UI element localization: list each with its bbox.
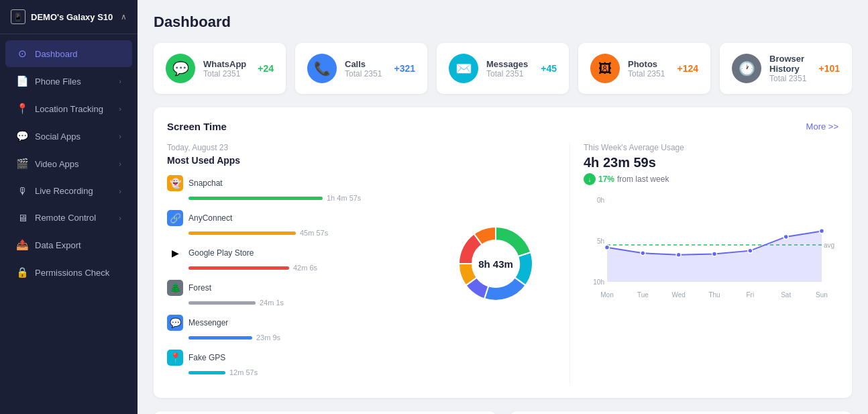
- stat-delta-calls: +321: [394, 63, 415, 74]
- nav-icon-remote-control: 🖥: [16, 212, 28, 223]
- app-name: AnyConnect: [188, 213, 232, 223]
- app-time: 1h 4m 57s: [327, 194, 361, 202]
- stat-delta-whatsapp: +24: [258, 63, 274, 74]
- usage-section: This Week's Average Usage 4h 23m 59s ↓ 1…: [569, 143, 838, 384]
- app-row-messenger: 💬 Messenger 23m 9s: [167, 315, 422, 342]
- nav-icon-live-recording: 🎙: [16, 185, 28, 197]
- x-label: Tue: [637, 291, 649, 299]
- stat-info-messages: Messages Total 2351: [486, 59, 533, 79]
- chart-dot: [712, 252, 717, 256]
- stat-total-photos: Total 2351: [628, 69, 669, 79]
- nav-chevron-location-tracking: ›: [119, 105, 121, 113]
- main-content: Dashboard 💬 WhatsApp Total 2351 +24 📞 Ca…: [138, 0, 868, 414]
- app-row-fake-gps: 📍 Fake GPS 12m 57s: [167, 350, 422, 376]
- app-logo: 🌲: [167, 280, 183, 296]
- nav-chevron-phone-files: ›: [119, 77, 121, 85]
- stat-card-calls[interactable]: 📞 Calls Total 2351 +321: [295, 43, 427, 94]
- app-bar: [188, 371, 225, 374]
- y-label: 0h: [597, 197, 604, 204]
- sidebar-item-social-apps[interactable]: 💬 Social Apps ›: [5, 123, 132, 150]
- x-label: Wed: [671, 291, 685, 299]
- app-time: 24m 1s: [260, 299, 284, 307]
- nav-icon-permissions-check: 🔒: [16, 266, 28, 278]
- app-list: 👻 Snapchat 1h 4m 57s 🔗 AnyConnect 45m 57…: [167, 175, 422, 376]
- app-bar: [188, 301, 256, 305]
- screen-time-title: Screen Time: [167, 121, 227, 132]
- stat-cards: 💬 WhatsApp Total 2351 +24 📞 Calls Total …: [154, 43, 852, 94]
- collapse-icon[interactable]: ∧: [121, 12, 127, 21]
- donut-section: 8h 43m: [435, 143, 556, 384]
- stat-name-whatsapp: WhatsApp: [203, 59, 250, 69]
- donut-segment: [496, 227, 531, 256]
- sidebar-item-video-apps[interactable]: 🎬 Video Apps ›: [5, 150, 132, 177]
- x-label: Thu: [708, 291, 720, 299]
- nav-label-live-recording: Live Recording: [35, 186, 93, 196]
- nav-label-location-tracking: Location Tracking: [35, 104, 103, 114]
- app-logo: 📍: [167, 350, 183, 366]
- usage-delta: ↓ 17% from last week: [584, 173, 838, 185]
- bottom-panels: Last Known Location Sync: [154, 411, 852, 414]
- stat-icon-browser-history: 🕐: [732, 54, 761, 83]
- sidebar-item-remote-control[interactable]: 🖥 Remote Control ›: [5, 205, 132, 231]
- stat-card-browser-history[interactable]: 🕐 Browser History Total 2351 +101: [720, 43, 852, 94]
- donut-segment: [484, 278, 525, 301]
- chart-dot: [783, 234, 788, 239]
- chart-dot: [820, 229, 824, 234]
- app-bar: [188, 231, 296, 235]
- usage-label: This Week's Average Usage: [584, 143, 838, 152]
- chart-dot: [641, 251, 645, 256]
- nav-chevron-live-recording: ›: [119, 187, 121, 195]
- sidebar-item-phone-files[interactable]: 📄 Phone Files ›: [5, 68, 132, 95]
- y-label: 5h: [597, 238, 604, 245]
- app-name: Snapchat: [188, 178, 223, 188]
- stat-name-calls: Calls: [345, 59, 386, 69]
- app-name: Forest: [188, 283, 211, 293]
- stat-info-calls: Calls Total 2351: [345, 59, 386, 79]
- stat-icon-messages: ✉️: [449, 54, 478, 83]
- sidebar-item-live-recording[interactable]: 🎙 Live Recording ›: [5, 178, 132, 204]
- app-logo: 🔗: [167, 210, 183, 226]
- stat-icon-photos: 🖼: [590, 54, 620, 83]
- nav-label-dashboard: Dashboard: [35, 49, 78, 59]
- sidebar-nav: ⊙ Dashboard 📄 Phone Files › 📍 Location T…: [0, 34, 138, 414]
- app-time: 42m 6s: [293, 264, 317, 272]
- apps-section: Today, August 23 Most Used Apps 👻 Snapch…: [167, 143, 422, 384]
- screen-time-header: Screen Time More >>: [167, 121, 838, 132]
- delta-pct: 17%: [598, 174, 614, 184]
- stat-delta-browser-history: +101: [818, 63, 840, 74]
- app-bar: [188, 266, 289, 270]
- stat-card-whatsapp[interactable]: 💬 WhatsApp Total 2351 +24: [154, 43, 286, 94]
- app-logo: 👻: [167, 175, 183, 191]
- date-label: Today, August 23: [167, 143, 422, 152]
- sidebar-item-data-export[interactable]: 📤 Data Export: [5, 231, 132, 258]
- stat-delta-messages: +45: [541, 63, 557, 74]
- stat-card-photos[interactable]: 🖼 Photos Total 2351 +124: [578, 43, 710, 94]
- stat-info-whatsapp: WhatsApp Total 2351: [203, 59, 250, 79]
- app-name: Messenger: [188, 318, 228, 327]
- stat-name-browser-history: Browser History: [769, 54, 810, 74]
- app-time: 45m 57s: [300, 229, 328, 237]
- stat-total-whatsapp: Total 2351: [203, 69, 250, 79]
- nav-label-video-apps: Video Apps: [35, 159, 79, 169]
- sidebar-item-dashboard[interactable]: ⊙ Dashboard: [5, 40, 132, 67]
- x-label: Fri: [746, 291, 754, 299]
- sidebar-item-location-tracking[interactable]: 📍 Location Tracking ›: [5, 95, 132, 122]
- donut-chart: 8h 43m: [445, 213, 546, 314]
- app-row-google-play-store: ▶ Google Play Store 42m 6s: [167, 245, 422, 272]
- x-label: Mon: [600, 291, 613, 299]
- stat-total-calls: Total 2351: [345, 69, 386, 79]
- nav-icon-video-apps: 🎬: [16, 158, 28, 170]
- line-chart-svg: avg10h5h0hMonTueWedThuFriSatSun: [584, 193, 838, 301]
- nav-icon-location-tracking: 📍: [16, 103, 28, 115]
- most-used-title: Most Used Apps: [167, 155, 422, 166]
- nav-label-data-export: Data Export: [35, 240, 81, 250]
- sidebar-item-permissions-check[interactable]: 🔒 Permissions Check: [5, 259, 132, 286]
- stat-card-messages[interactable]: ✉️ Messages Total 2351 +45: [437, 43, 569, 94]
- stat-name-photos: Photos: [628, 59, 669, 69]
- device-name: DEMO's Galaxy S10: [31, 12, 113, 22]
- page-title: Dashboard: [154, 13, 852, 31]
- app-logo: 💬: [167, 315, 183, 331]
- screen-time-more[interactable]: More >>: [806, 121, 838, 132]
- x-label: Sat: [781, 291, 791, 299]
- stat-icon-calls: 📞: [307, 54, 337, 83]
